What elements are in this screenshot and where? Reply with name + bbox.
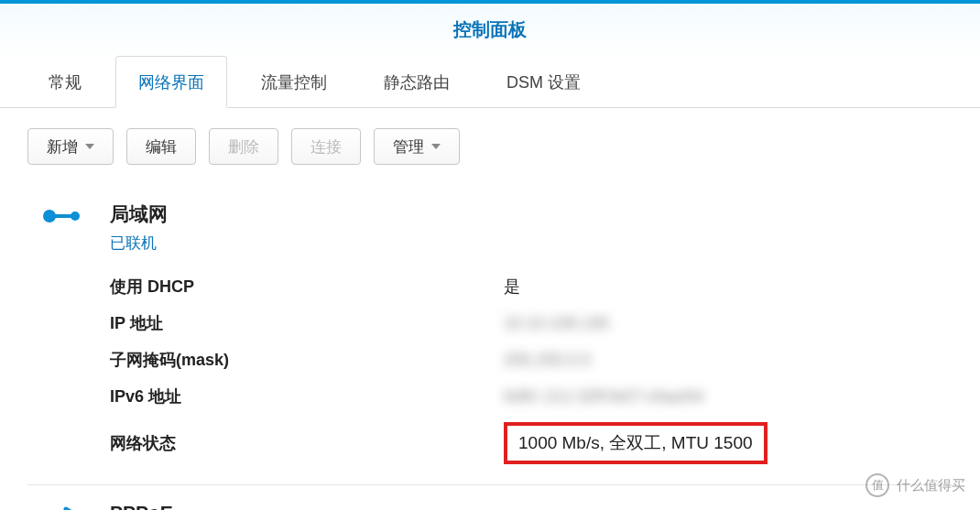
watermark: 值 什么值得买 xyxy=(866,473,965,497)
tab-static-route[interactable]: 静态路由 xyxy=(361,56,473,108)
interface-name: PPPoE xyxy=(110,502,943,510)
interface-lan[interactable]: 局域网 已联机 使用 DHCP 是 IP 地址 10.10.108.195 子网… xyxy=(27,185,953,484)
mask-value: 255.255.0.0 xyxy=(504,351,943,370)
svg-rect-1 xyxy=(53,214,71,218)
ipv6-value: fe80::211:32ff:fe67:c9aa/64 xyxy=(504,387,943,407)
add-button-label: 新增 xyxy=(47,136,78,157)
detail-netstat: 网络状态 1000 Mb/s, 全双工, MTU 1500 xyxy=(110,415,943,472)
ip-label: IP 地址 xyxy=(110,312,504,334)
detail-mask: 子网掩码(mask) 255.255.0.0 xyxy=(110,342,943,378)
caret-down-icon xyxy=(431,144,441,149)
tab-network-interface[interactable]: 网络界面 xyxy=(115,56,227,108)
svg-point-2 xyxy=(71,212,80,221)
detail-ip: IP 地址 10.10.108.195 xyxy=(110,305,943,342)
lan-icon xyxy=(37,201,88,472)
interface-pppoe[interactable]: PPPoE 已联机 xyxy=(27,484,953,510)
tab-general[interactable]: 常规 xyxy=(26,56,104,108)
interface-name: 局域网 xyxy=(110,201,943,227)
caret-down-icon xyxy=(85,144,94,149)
netstat-value: 1000 Mb/s, 全双工, MTU 1500 xyxy=(504,422,768,464)
tab-dsm-settings[interactable]: DSM 设置 xyxy=(484,56,604,108)
watermark-text: 什么值得买 xyxy=(897,477,965,494)
window-title: 控制面板 xyxy=(0,4,980,55)
connect-button-label: 连接 xyxy=(310,136,342,157)
netstat-label: 网络状态 xyxy=(110,432,504,454)
dhcp-label: 使用 DHCP xyxy=(110,276,504,298)
detail-dhcp: 使用 DHCP 是 xyxy=(110,268,943,305)
dhcp-value: 是 xyxy=(504,276,943,298)
delete-button-label: 删除 xyxy=(228,136,259,157)
watermark-icon: 值 xyxy=(866,473,889,497)
tab-traffic-control[interactable]: 流量控制 xyxy=(238,56,350,108)
ipv6-label: IPv6 地址 xyxy=(110,385,504,407)
mask-label: 子网掩码(mask) xyxy=(110,349,504,371)
tab-bar: 常规 网络界面 流量控制 静态路由 DSM 设置 xyxy=(0,55,980,108)
manage-button-label: 管理 xyxy=(393,136,424,157)
manage-button[interactable]: 管理 xyxy=(374,128,460,165)
edit-button[interactable]: 编辑 xyxy=(126,128,196,165)
add-button[interactable]: 新增 xyxy=(27,128,114,165)
edit-button-label: 编辑 xyxy=(146,136,177,157)
pppoe-icon xyxy=(37,502,88,510)
ip-value: 10.10.108.195 xyxy=(504,314,943,333)
interface-status: 已联机 xyxy=(110,233,943,254)
interface-list: 局域网 已联机 使用 DHCP 是 IP 地址 10.10.108.195 子网… xyxy=(0,185,980,510)
toolbar: 新增 编辑 删除 连接 管理 xyxy=(0,108,980,185)
connect-button: 连接 xyxy=(291,128,361,165)
detail-ipv6: IPv6 地址 fe80::211:32ff:fe67:c9aa/64 xyxy=(110,378,943,415)
delete-button: 删除 xyxy=(209,128,278,165)
